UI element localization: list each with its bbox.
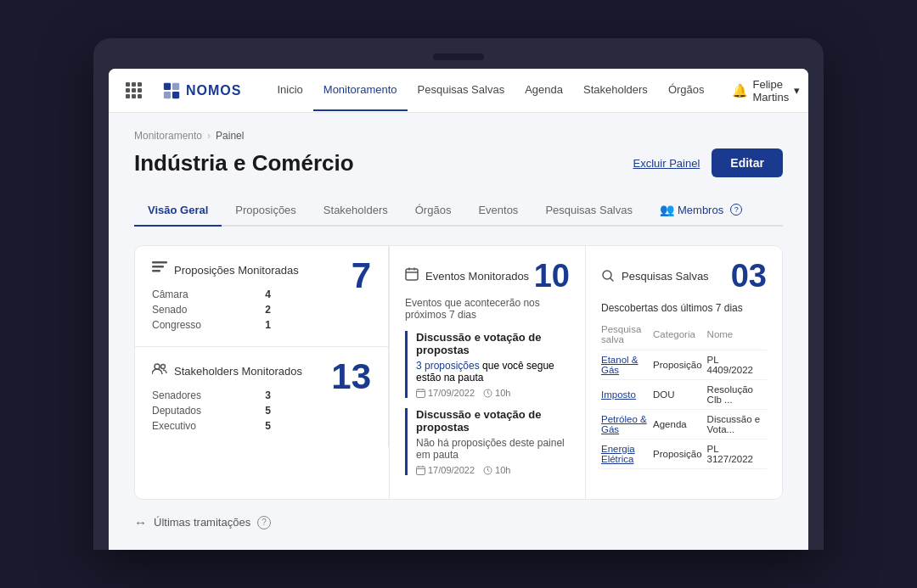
proposicoes-congresso-row: Congresso 1 xyxy=(152,319,271,331)
pesquisas-card: Pesquisas Salvas 03 Descobertas dos últi… xyxy=(586,246,782,499)
event-2-meta: 17/09/2022 10h xyxy=(416,465,570,475)
proposicoes-camara-row: Câmara 4 xyxy=(152,288,271,300)
search-icon xyxy=(601,269,615,283)
executivo-row: Executivo 5 xyxy=(152,420,271,432)
svg-rect-2 xyxy=(164,91,171,98)
col-nome: Nome xyxy=(707,321,767,350)
tab-membros-label: Membros xyxy=(678,204,723,216)
tramitacoes-label: Últimas tramitações xyxy=(154,516,250,529)
breadcrumb: Monitoramento › Painel xyxy=(134,130,783,142)
event-item-2: Discussão e votação de propostas Não há … xyxy=(405,408,570,475)
stakeholders-title: Stakeholders Monitorados xyxy=(174,365,302,378)
pesquisa-row-3-pesquisa[interactable]: Energia Elétrica xyxy=(601,440,653,469)
breadcrumb-current: Painel xyxy=(216,130,244,142)
calendar-icon xyxy=(405,267,419,284)
svg-rect-4 xyxy=(152,261,167,264)
event-1-meta: 17/09/2022 10h xyxy=(416,388,570,398)
pesquisa-row-3-categoria: Proposição xyxy=(653,440,707,469)
tab-orgaos[interactable]: Órgãos xyxy=(402,195,465,227)
pesquisa-row-2-pesquisa[interactable]: Petróleo & Gás xyxy=(601,410,653,440)
logo[interactable]: NOMOS xyxy=(162,81,241,100)
svg-point-7 xyxy=(155,364,160,369)
executivo-value: 5 xyxy=(265,420,271,432)
page-title: Indústria e Comércio xyxy=(134,150,354,176)
pesquisas-header: Pesquisas Salvas 03 xyxy=(601,260,767,292)
event-1-time-text: 10h xyxy=(495,388,510,398)
tab-visao-geral[interactable]: Visão Geral xyxy=(134,195,222,227)
event-2-date-text: 17/09/2022 xyxy=(428,465,475,475)
ultimas-tramitacoes[interactable]: ↔ Últimas tramitações ? xyxy=(134,515,783,529)
tab-proposicoes[interactable]: Proposições xyxy=(222,195,310,227)
col-pesquisa: Pesquisa salva xyxy=(601,321,653,350)
tab-pesquisas-salvas[interactable]: Pesquisas Salvas xyxy=(532,195,646,227)
nav-orgaos[interactable]: Órgãos xyxy=(658,70,715,111)
excluir-painel-button[interactable]: Excluir Painel xyxy=(633,157,700,170)
stakeholders-count: 13 xyxy=(331,359,371,395)
user-name: Felipe Martins xyxy=(753,78,790,104)
executivo-label: Executivo xyxy=(152,420,196,432)
pesquisas-table: Pesquisa salva Categoria Nome Etanol & G… xyxy=(601,321,767,469)
logo-text: NOMOS xyxy=(186,83,241,98)
event-item-1: Discussão e votação de propostas 3 propo… xyxy=(405,331,570,398)
table-row: Imposto DOU Resolução Clb ... xyxy=(601,380,767,410)
breadcrumb-parent[interactable]: Monitoramento xyxy=(134,130,202,142)
event-1-date: 17/09/2022 xyxy=(416,388,475,398)
proposicoes-rows: Câmara 4 Senado 2 Congresso 1 xyxy=(152,288,371,331)
svg-rect-6 xyxy=(152,270,160,272)
senadores-row: Senadores 3 xyxy=(152,389,271,401)
pesquisa-row-1-pesquisa[interactable]: Imposto xyxy=(601,380,653,410)
svg-point-8 xyxy=(161,365,166,369)
proposicoes-senado-row: Senado 2 xyxy=(152,304,271,316)
svg-rect-9 xyxy=(406,269,418,280)
left-stats-col: Proposições Monitoradas 7 Câmara 4 Senad… xyxy=(135,246,390,499)
eventos-list: Discussão e votação de propostas 3 propo… xyxy=(405,331,570,485)
table-row: Petróleo & Gás Agenda Discussão e Vota..… xyxy=(601,410,767,440)
bell-icon: 🔔 xyxy=(732,83,748,98)
pesquisa-row-0-pesquisa[interactable]: Etanol & Gás xyxy=(601,350,653,380)
nav-agenda[interactable]: Agenda xyxy=(515,70,573,111)
nav-pesquisas-salvas[interactable]: Pesquisas Salvas xyxy=(408,70,515,111)
senado-label: Senado xyxy=(152,304,187,316)
pesquisa-row-1-categoria: DOU xyxy=(653,380,707,410)
grid-icon[interactable] xyxy=(126,82,142,98)
event-1-title: Discussão e votação de propostas xyxy=(416,331,570,356)
event-1-link[interactable]: 3 proposições xyxy=(416,360,480,372)
stakeholders-icon xyxy=(152,362,167,379)
camara-value: 4 xyxy=(265,288,271,300)
tab-stakeholders[interactable]: Stakeholders xyxy=(310,195,402,227)
pesquisa-row-2-nome: Discussão e Vota... xyxy=(707,410,767,440)
proposicoes-card: Proposições Monitoradas 7 Câmara 4 Senad… xyxy=(135,246,389,347)
membros-help-icon: ? xyxy=(730,204,742,216)
pesquisas-count: 03 xyxy=(731,260,767,292)
svg-rect-10 xyxy=(417,389,425,398)
event-1-link-row: 3 proposições que você segue estão na pa… xyxy=(416,360,570,384)
eventos-subtitle: Eventos que acontecerão nos próximos 7 d… xyxy=(405,297,570,321)
tab-eventos[interactable]: Eventos xyxy=(464,195,532,227)
nav-stakeholders[interactable]: Stakeholders xyxy=(573,70,658,111)
svg-rect-3 xyxy=(172,91,179,98)
tab-bar: Visão Geral Proposições Stakeholders Órg… xyxy=(134,194,783,227)
col-categoria: Categoria xyxy=(653,321,707,350)
event-1-time: 10h xyxy=(483,388,510,398)
eventos-title: Eventos Monitorados xyxy=(425,270,529,283)
editar-button[interactable]: Editar xyxy=(712,148,783,177)
event-2-time-text: 10h xyxy=(495,465,510,475)
breadcrumb-separator: › xyxy=(207,130,211,142)
tramitacoes-help-icon: ? xyxy=(257,516,271,529)
eventos-count: 10 xyxy=(534,260,570,292)
deputados-value: 5 xyxy=(265,405,271,417)
pesquisa-row-1-nome: Resolução Clb ... xyxy=(707,380,767,410)
nav-monitoramento[interactable]: Monitoramento xyxy=(313,70,408,111)
proposicoes-count: 7 xyxy=(352,258,371,294)
nav-user[interactable]: 🔔 Felipe Martins ▾ xyxy=(732,78,801,104)
eventos-header: Eventos Monitorados 10 xyxy=(405,260,570,292)
tab-membros[interactable]: 👥 Membros ? xyxy=(646,194,756,225)
event-2-desc: Não há proposições deste painel em pauta xyxy=(416,437,570,461)
proposicoes-title: Proposições Monitoradas xyxy=(174,264,299,277)
nav-inicio[interactable]: Inicio xyxy=(267,70,312,111)
page-content: Monitoramento › Painel Indústria e Comér… xyxy=(109,113,808,550)
event-1-date-text: 17/09/2022 xyxy=(428,388,475,398)
membros-icon: 👥 xyxy=(660,203,674,216)
event-2-time: 10h xyxy=(483,465,510,475)
congresso-label: Congresso xyxy=(152,319,201,331)
